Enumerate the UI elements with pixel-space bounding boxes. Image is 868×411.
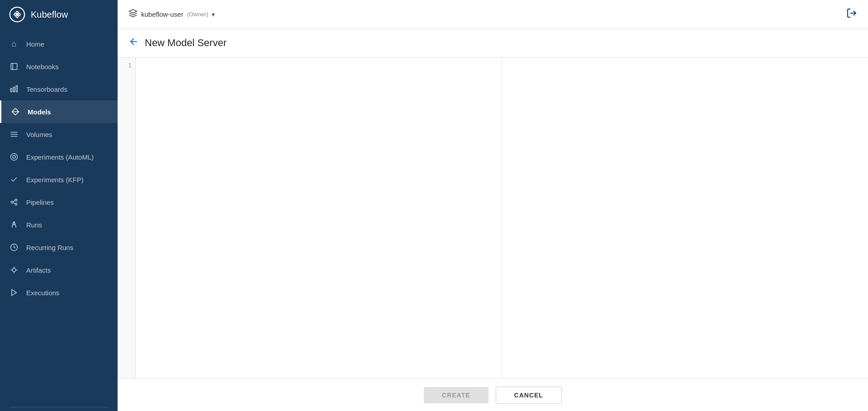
executions-icon: [9, 288, 19, 298]
svg-point-20: [12, 268, 16, 272]
page-title: New Model Server: [145, 37, 227, 49]
sidebar-item-pipelines-label: Pipelines: [26, 198, 54, 206]
pipelines-icon: [9, 197, 19, 207]
experiments-automl-icon: [9, 152, 19, 162]
svg-rect-2: [11, 63, 17, 70]
sidebar-item-models-label: Models: [28, 108, 51, 116]
tensorboards-icon: [9, 84, 19, 94]
create-button[interactable]: CREATE: [424, 387, 489, 403]
models-icon: [10, 107, 20, 117]
sidebar-item-volumes[interactable]: Volumes: [0, 123, 118, 146]
sidebar-item-volumes-label: Volumes: [26, 131, 52, 138]
svg-line-17: [13, 203, 15, 204]
chevron-down-icon: ▾: [212, 11, 215, 18]
artifacts-icon: [9, 265, 19, 275]
svg-rect-4: [11, 89, 12, 92]
sidebar-item-runs-label: Runs: [26, 221, 42, 229]
sidebar-item-executions[interactable]: Executions: [0, 281, 118, 304]
notebooks-icon: [9, 61, 19, 71]
logout-button[interactable]: [846, 8, 857, 21]
sidebar-item-notebooks[interactable]: Notebooks: [0, 55, 118, 78]
footer-bar: CREATE CANCEL: [118, 378, 868, 411]
editor-area: 1: [118, 57, 868, 378]
sidebar-item-runs[interactable]: Runs: [0, 213, 118, 236]
page-content: New Model Server 1 CREATE CANCEL: [118, 29, 868, 411]
sidebar-item-artifacts[interactable]: Artifacts: [0, 259, 118, 281]
namespace-name: kubeflow-user: [141, 10, 183, 18]
recurring-runs-icon: [9, 242, 19, 252]
svg-line-16: [13, 200, 15, 202]
namespace-selector[interactable]: kubeflow-user (Owner) ▾: [128, 9, 215, 20]
line-numbers: 1: [118, 57, 136, 378]
editor-left-pane[interactable]: [136, 57, 502, 378]
top-bar: kubeflow-user (Owner) ▾: [118, 0, 868, 29]
editor-right-pane: [502, 57, 868, 378]
namespace-icon: [128, 9, 138, 20]
sidebar-divider: [9, 407, 109, 407]
logo[interactable]: Kubeflow: [0, 0, 118, 29]
svg-marker-25: [12, 289, 17, 296]
page-header: New Model Server: [118, 29, 868, 57]
kubeflow-logo-icon: [9, 6, 25, 23]
svg-point-12: [13, 156, 15, 158]
sidebar-item-experiments-automl[interactable]: Experiments (AutoML): [0, 146, 118, 168]
sidebar-item-tensorboards[interactable]: Tensorboards: [0, 78, 118, 100]
volumes-icon: [9, 129, 19, 139]
sidebar-item-executions-label: Executions: [26, 289, 59, 297]
back-button[interactable]: [128, 36, 139, 50]
experiments-kfp-icon: [9, 175, 19, 184]
sidebar-item-experiments-kfp-label: Experiments (KFP): [26, 176, 84, 184]
app-title: Kubeflow: [31, 9, 68, 20]
svg-point-1: [15, 13, 19, 16]
sidebar-item-home-label: Home: [26, 40, 44, 48]
sidebar-item-pipelines[interactable]: Pipelines: [0, 191, 118, 213]
sidebar-item-home[interactable]: ⌂ Home: [0, 33, 118, 55]
sidebar-item-experiments-automl-label: Experiments (AutoML): [26, 153, 94, 161]
svg-rect-5: [14, 87, 15, 92]
sidebar-item-notebooks-label: Notebooks: [26, 63, 59, 71]
runs-icon: [9, 220, 19, 230]
sidebar-nav: ⌂ Home Notebooks Tensorboards Models V: [0, 29, 118, 403]
main-content: kubeflow-user (Owner) ▾ New Model Server…: [118, 0, 868, 411]
sidebar-item-artifacts-label: Artifacts: [26, 266, 51, 274]
home-icon: ⌂: [9, 39, 19, 49]
sidebar-item-recurring-runs-label: Recurring Runs: [26, 244, 73, 251]
svg-point-11: [11, 154, 18, 161]
sidebar-item-models[interactable]: Models: [0, 100, 118, 123]
namespace-role: (Owner): [187, 11, 208, 18]
sidebar-item-experiments-kfp[interactable]: Experiments (KFP): [0, 168, 118, 191]
svg-point-15: [15, 203, 17, 205]
svg-point-14: [15, 199, 17, 201]
cancel-button[interactable]: CANCEL: [496, 387, 562, 404]
svg-point-13: [11, 201, 13, 203]
sidebar-item-recurring-runs[interactable]: Recurring Runs: [0, 236, 118, 259]
line-number-1: 1: [118, 61, 132, 70]
svg-rect-6: [16, 86, 18, 92]
sidebar-item-tensorboards-label: Tensorboards: [26, 85, 67, 93]
sidebar: Kubeflow ⌂ Home Notebooks Tensorboards M…: [0, 0, 118, 411]
